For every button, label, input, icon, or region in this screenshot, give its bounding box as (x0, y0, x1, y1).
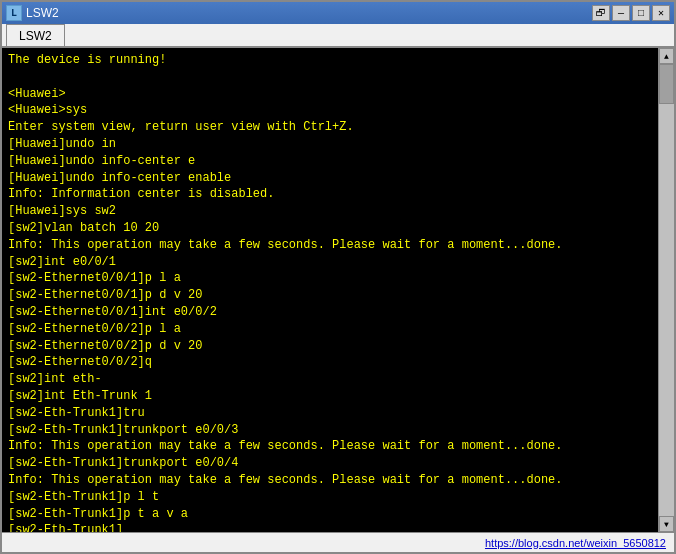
scroll-up-button[interactable]: ▲ (659, 48, 674, 64)
terminal-area: The device is running! <Huawei> <Huawei>… (2, 48, 674, 532)
terminal-output[interactable]: The device is running! <Huawei> <Huawei>… (2, 48, 658, 532)
tab-bar: LSW2 (2, 24, 674, 48)
scroll-track (659, 64, 674, 516)
close-button[interactable]: ✕ (652, 5, 670, 21)
window-controls: 🗗 — □ ✕ (592, 5, 670, 21)
maximize-button[interactable]: □ (632, 5, 650, 21)
scrollbar: ▲ ▼ (658, 48, 674, 532)
scroll-down-button[interactable]: ▼ (659, 516, 674, 532)
minimize-button[interactable]: — (612, 5, 630, 21)
restore-button[interactable]: 🗗 (592, 5, 610, 21)
scroll-thumb[interactable] (659, 64, 674, 104)
window-icon: L (6, 5, 22, 21)
main-window: L LSW2 🗗 — □ ✕ LSW2 The device is runnin… (0, 0, 676, 554)
window-title: LSW2 (26, 6, 592, 20)
status-bar: https://blog.csdn.net/weixin_5650812 (2, 532, 674, 552)
tab-lsw2[interactable]: LSW2 (6, 24, 65, 46)
status-url: https://blog.csdn.net/weixin_5650812 (485, 537, 666, 549)
title-bar: L LSW2 🗗 — □ ✕ (2, 2, 674, 24)
